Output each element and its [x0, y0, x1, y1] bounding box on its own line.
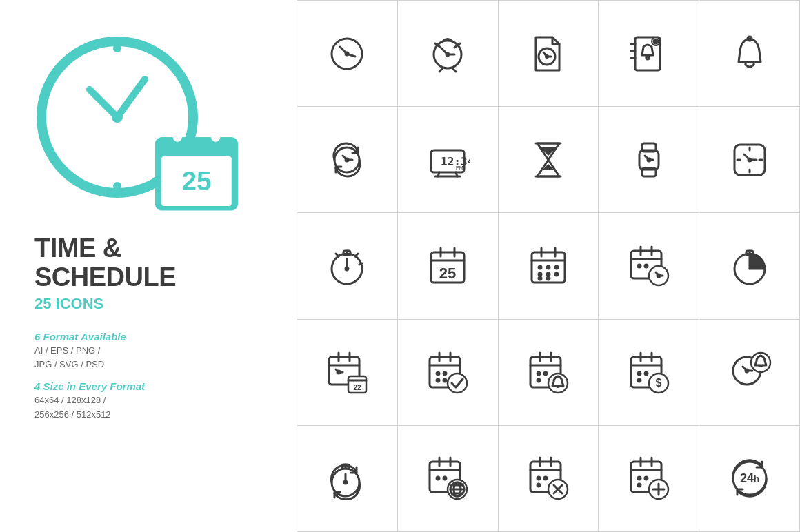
svg-point-92: [539, 277, 541, 280]
svg-point-186: [638, 484, 641, 487]
svg-line-25: [439, 69, 442, 72]
svg-point-101: [657, 274, 660, 277]
svg-point-133: [537, 372, 540, 375]
icon-cell-calendar-dollar: $: [599, 320, 699, 426]
svg-line-72: [336, 254, 339, 256]
svg-text:25: 25: [181, 166, 211, 196]
svg-point-22: [446, 53, 449, 56]
svg-point-1: [113, 44, 121, 52]
icon-cell-clock-calendar: 22: [297, 320, 398, 426]
icon-cell-calendar-x: [499, 426, 599, 532]
svg-point-165: [437, 477, 439, 480]
icon-cell-calendar-bell: [499, 320, 599, 426]
svg-point-134: [544, 372, 547, 375]
svg-point-143: [645, 372, 648, 375]
svg-text:h: h: [753, 473, 759, 484]
svg-line-76: [359, 263, 362, 265]
svg-point-154: [344, 481, 347, 484]
svg-line-6: [117, 79, 145, 117]
svg-point-64: [748, 158, 751, 161]
svg-point-3: [113, 182, 121, 190]
svg-line-5: [90, 90, 117, 117]
size-list: 64x64 / 128x128 /256x256 / 512x512: [34, 393, 269, 422]
icon-cell-smartwatch: [599, 107, 699, 213]
format-heading: 6 Format Available: [34, 331, 269, 342]
info-section: 6 Format Available AI / EPS / PNG /JPG /…: [34, 331, 269, 431]
svg-point-125: [443, 372, 446, 375]
icon-cell-square-clock: [699, 107, 800, 213]
svg-point-18: [346, 52, 348, 55]
svg-point-148: [746, 369, 748, 372]
subtitle: 25 ICONS: [34, 295, 269, 313]
icon-cell-24h: 24 h: [699, 426, 800, 532]
svg-line-26: [453, 69, 456, 72]
svg-point-175: [544, 477, 547, 480]
icon-cell-calendar-grid: [499, 213, 599, 319]
svg-point-30: [546, 55, 548, 57]
svg-line-73: [355, 254, 358, 256]
left-panel: 25 TIME & SCHEDULE 25 ICONS 6 Format Ava…: [0, 0, 297, 532]
icon-cell-notebook-bell: [599, 1, 699, 107]
svg-point-90: [547, 273, 550, 276]
icon-cell-hourglass: [499, 107, 599, 213]
svg-point-185: [645, 477, 648, 480]
icon-grid: 12:34 PM: [297, 0, 800, 532]
icon-cell-stopwatch: [297, 213, 398, 319]
svg-point-126: [437, 379, 439, 382]
svg-point-4: [189, 113, 197, 121]
size-heading: 4 Size in Every Format: [34, 380, 269, 392]
svg-text:$: $: [655, 377, 661, 389]
svg-point-37: [646, 57, 649, 59]
icon-cell-sync-clock: [297, 107, 398, 213]
icon-cell-calendar-plus: [599, 426, 699, 532]
title-section: TIME & SCHEDULE 25 ICONS: [34, 234, 269, 313]
svg-point-103: [645, 265, 648, 267]
svg-text:12:34: 12:34: [441, 155, 470, 168]
svg-point-87: [547, 266, 550, 269]
svg-point-135: [537, 379, 540, 382]
title-line2: SCHEDULE: [34, 263, 269, 292]
icon-cell-timer-pie: [699, 213, 800, 319]
svg-point-12: [173, 133, 182, 142]
icon-cell-calendar-clock: [599, 213, 699, 319]
svg-text:25: 25: [439, 265, 456, 282]
hero-calendar: 25: [152, 131, 241, 214]
svg-text:24: 24: [740, 471, 754, 485]
svg-point-75: [346, 267, 348, 270]
svg-point-127: [443, 379, 446, 382]
icon-cell-calendar-25: 25: [398, 213, 499, 319]
svg-point-2: [37, 113, 46, 121]
right-panel: STRONG CLEAR USEFUL EDITABLE: [297, 0, 800, 532]
icon-cell-calendar-check: [398, 320, 499, 426]
svg-point-166: [443, 477, 446, 480]
icon-cell-stopwatch-refresh: [297, 426, 398, 532]
svg-point-7: [112, 112, 123, 123]
svg-point-39: [654, 39, 658, 43]
svg-point-91: [555, 273, 558, 276]
title-line1: TIME &: [34, 234, 269, 263]
svg-point-93: [547, 277, 550, 280]
icon-cell-clock-bell: [699, 320, 800, 426]
svg-text:PM: PM: [456, 165, 463, 170]
icon-cell-alarm-clock: [398, 1, 499, 107]
svg-point-102: [638, 265, 641, 267]
svg-point-124: [437, 372, 439, 375]
svg-point-88: [555, 266, 558, 269]
svg-point-46: [346, 158, 348, 161]
icon-cell-calendar-globe: [398, 426, 499, 532]
svg-point-184: [638, 477, 641, 480]
icon-cell-bell: [699, 1, 800, 107]
icon-cell-clock: [297, 1, 398, 107]
svg-point-123: [448, 374, 467, 393]
svg-point-89: [539, 273, 541, 276]
svg-point-144: [638, 379, 641, 382]
icon-cell-digital-clock: 12:34 PM: [398, 107, 499, 213]
svg-point-60: [648, 158, 650, 161]
svg-text:22: 22: [354, 384, 362, 391]
svg-point-86: [539, 266, 541, 269]
svg-point-13: [211, 133, 220, 142]
icon-cell-file-clock: [499, 1, 599, 107]
svg-point-142: [638, 372, 641, 375]
svg-point-176: [537, 484, 540, 487]
format-list: AI / EPS / PNG /JPG / SVG / PSD: [34, 344, 269, 373]
